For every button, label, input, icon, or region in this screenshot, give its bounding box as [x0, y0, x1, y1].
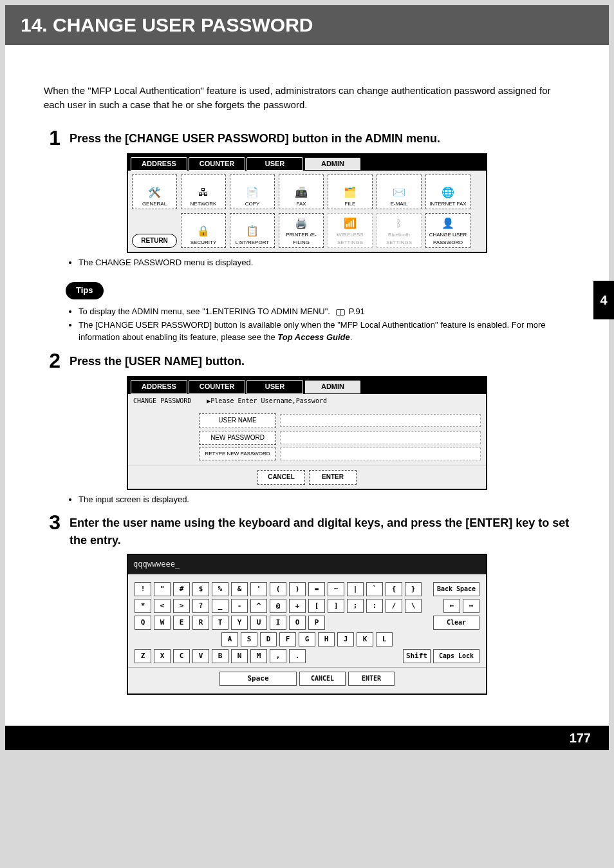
key-capslock[interactable]: Caps Lock [433, 649, 479, 663]
key--[interactable]: < [154, 599, 171, 613]
key-k[interactable]: K [357, 632, 373, 646]
key-e[interactable]: E [173, 616, 190, 630]
keyboard-entry-field[interactable]: qqqwwweee_ [128, 555, 486, 574]
key--[interactable]: _ [212, 599, 228, 613]
tab-admin[interactable]: ADMIN [304, 157, 361, 171]
tile-change-user-password[interactable]: 👤CHANGE USER PASSWORD [425, 213, 470, 248]
key-m[interactable]: M [250, 649, 267, 663]
key-s[interactable]: S [241, 632, 257, 646]
key--[interactable]: & [231, 582, 248, 596]
tab-counter[interactable]: COUNTER [189, 157, 245, 171]
tab-address[interactable]: ADDRESS [131, 380, 187, 394]
step-title: Enter the user name using the keyboard a… [70, 512, 570, 548]
enter-button[interactable]: ENTER [309, 470, 357, 485]
key-h[interactable]: H [318, 632, 335, 646]
key--[interactable]: } [405, 582, 422, 596]
tile-wireless-settings[interactable]: 📶WIRELESS SETTINGS [328, 213, 373, 248]
key--[interactable]: : [366, 599, 383, 613]
key-space[interactable]: Space [219, 672, 297, 686]
retype-password-field[interactable] [280, 448, 481, 460]
key-g[interactable]: G [299, 632, 315, 646]
key--[interactable]: ; [347, 599, 364, 613]
key-d[interactable]: D [260, 632, 277, 646]
key--[interactable]: ' [250, 582, 267, 596]
user-name-button[interactable]: USER NAME [199, 413, 276, 428]
tab-counter[interactable]: COUNTER [189, 380, 245, 394]
tile-file[interactable]: 🗂️FILE [328, 175, 373, 209]
new-password-button[interactable]: NEW PASSWORD [199, 431, 276, 446]
tile-list-report[interactable]: 📋LIST/REPORT [230, 213, 275, 248]
key--[interactable]: \ [405, 599, 422, 613]
key-arrow-left[interactable]: ← [443, 599, 460, 613]
key-backspace[interactable]: Back Space [433, 582, 479, 596]
tab-user[interactable]: USER [247, 157, 303, 171]
key-shift[interactable]: Shift [403, 649, 431, 663]
new-password-field[interactable] [280, 431, 481, 444]
key--[interactable]: ! [135, 582, 151, 596]
key-b[interactable]: B [212, 649, 228, 663]
tile-internet-fax[interactable]: 🌐INTERNET FAX [425, 175, 470, 209]
key--[interactable]: ? [192, 599, 209, 613]
key-arrow-right[interactable]: → [463, 599, 479, 613]
key-clear[interactable]: Clear [433, 616, 479, 630]
key-n[interactable]: N [231, 649, 248, 663]
key-z[interactable]: Z [135, 649, 151, 663]
key--[interactable]: * [135, 599, 151, 613]
tile-e-mail[interactable]: ✉️E-MAIL [377, 175, 422, 209]
key-o[interactable]: O [289, 616, 306, 630]
key--[interactable]: ) [289, 582, 306, 596]
tile-security[interactable]: 🔒SECURITY [181, 213, 226, 248]
retype-password-button[interactable]: RETYPE NEW PASSWORD [199, 448, 276, 460]
key-f[interactable]: F [279, 632, 296, 646]
key--[interactable]: = [308, 582, 325, 596]
key--[interactable]: | [347, 582, 364, 596]
tile-bluetooth-settings[interactable]: ᛒBluetooth SETTINGS [377, 213, 422, 248]
key--[interactable]: / [386, 599, 402, 613]
key--[interactable]: % [212, 582, 228, 596]
key-a[interactable]: A [221, 632, 238, 646]
key--[interactable]: > [173, 599, 190, 613]
key--[interactable]: + [289, 599, 306, 613]
key--[interactable]: ] [328, 599, 344, 613]
key-enter[interactable]: ENTER [348, 672, 395, 686]
user-name-field[interactable] [280, 414, 481, 427]
key--[interactable]: . [289, 649, 306, 663]
key-p[interactable]: P [308, 616, 325, 630]
key--[interactable]: ( [270, 582, 286, 596]
return-button[interactable]: RETURN [132, 234, 177, 248]
key-j[interactable]: J [337, 632, 354, 646]
key-l[interactable]: L [376, 632, 393, 646]
key--[interactable]: { [386, 582, 402, 596]
tile-printer-e-filing[interactable]: 🖨️PRINTER /E-FILING [279, 213, 324, 248]
tab-user[interactable]: USER [247, 380, 303, 394]
tile-icon: 📋 [246, 226, 259, 236]
key-c[interactable]: C [173, 649, 190, 663]
key--[interactable]: # [173, 582, 190, 596]
tab-address[interactable]: ADDRESS [131, 157, 187, 171]
key-q[interactable]: Q [135, 616, 151, 630]
key-w[interactable]: W [154, 616, 171, 630]
tile-general[interactable]: 🛠️GENERAL [132, 175, 177, 209]
key-v[interactable]: V [192, 649, 209, 663]
key--[interactable]: $ [192, 582, 209, 596]
key--[interactable]: ^ [250, 599, 267, 613]
key--[interactable]: [ [308, 599, 325, 613]
key--[interactable]: " [154, 582, 171, 596]
tile-fax[interactable]: 📠FAX [279, 175, 324, 209]
key-t[interactable]: T [212, 616, 228, 630]
key--[interactable]: - [231, 599, 248, 613]
key--[interactable]: ~ [328, 582, 344, 596]
key--[interactable]: ` [366, 582, 383, 596]
key--[interactable]: @ [270, 599, 286, 613]
key-y[interactable]: Y [231, 616, 248, 630]
tile-network[interactable]: 🖧NETWORK [181, 175, 226, 209]
key-i[interactable]: I [270, 616, 286, 630]
key-x[interactable]: X [154, 649, 171, 663]
key--[interactable]: , [270, 649, 286, 663]
tile-copy[interactable]: 📄COPY [230, 175, 275, 209]
key-r[interactable]: R [192, 616, 209, 630]
key-u[interactable]: U [250, 616, 267, 630]
key-cancel[interactable]: CANCEL [299, 672, 346, 686]
cancel-button[interactable]: CANCEL [257, 470, 305, 485]
tab-admin[interactable]: ADMIN [304, 380, 361, 394]
